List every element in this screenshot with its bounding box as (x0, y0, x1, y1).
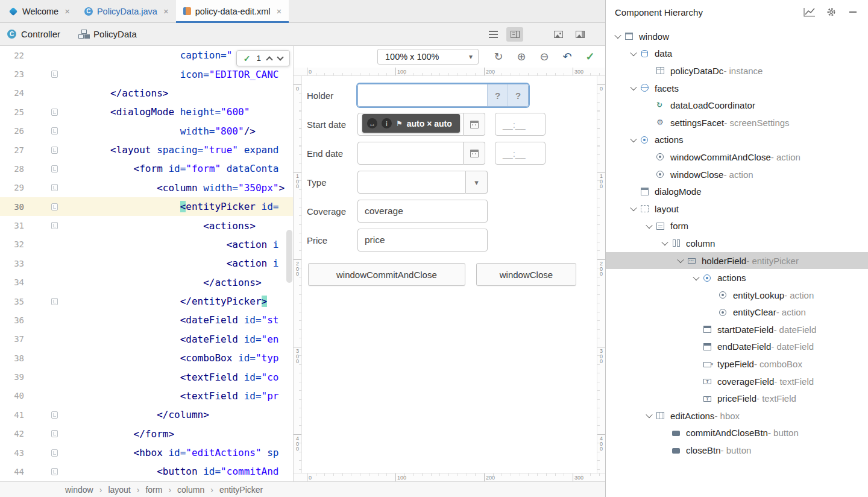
tree-node-windowcommitandclose-action[interactable]: windowCommitAndClose - action (606, 148, 868, 166)
gutter-marker-icon[interactable] (51, 449, 58, 457)
code-line[interactable]: 29 <column width="350px"> (0, 179, 293, 197)
chevron-down-icon[interactable] (643, 413, 655, 418)
gear-icon[interactable] (825, 6, 837, 18)
code-line[interactable]: 43 <hbox id="editActions" sp (0, 443, 293, 462)
combo-input[interactable] (357, 171, 466, 194)
breadcrumb-item-window[interactable]: window (65, 485, 93, 495)
entity-picker-field[interactable]: ?? (357, 84, 529, 107)
gutter-marker-icon[interactable] (51, 468, 58, 475)
refresh-icon[interactable]: ↻ (492, 50, 505, 63)
calendar-button[interactable] (464, 142, 485, 165)
gutter-marker-icon[interactable] (51, 71, 58, 78)
tree-node-coveragefield-textfield[interactable]: coverageField - textField (606, 373, 868, 390)
code-line[interactable]: 32 <action i (0, 235, 293, 254)
tree-node-holderfield-entitypicker[interactable]: holderField - entityPicker (606, 252, 868, 270)
code-editor[interactable]: 22 caption="23 icon="EDITOR_CANC24 </act… (0, 46, 293, 481)
chevron-down-icon[interactable] (612, 34, 624, 39)
code-line[interactable]: 35 </entityPicker> (0, 292, 293, 311)
tree-node-dataloadcoordinator[interactable]: dataLoadCoordinator (606, 97, 868, 114)
tree-node-editactions-hbox[interactable]: editActions - hbox (606, 407, 868, 425)
chevron-down-icon[interactable] (627, 86, 640, 90)
code-line[interactable]: 33 <action i (0, 254, 293, 273)
controller-button[interactable]: C Controller (7, 29, 60, 39)
tree-node-actions[interactable]: actions (606, 269, 868, 286)
tree-node-window[interactable]: window (606, 28, 868, 45)
entity-lookup-button[interactable]: ? (487, 84, 508, 106)
gutter-marker-icon[interactable] (51, 222, 58, 229)
split-view-button[interactable] (506, 27, 523, 42)
designer-view-button[interactable] (550, 27, 567, 42)
entity-clear-button[interactable]: ? (508, 84, 528, 106)
code-line[interactable]: 41 </column> (0, 405, 293, 424)
tree-node-typefield-combobox[interactable]: typeField - comboBox (606, 355, 868, 373)
tab-policy-data-edit-xml[interactable]: policy-data-edit.xml× (176, 0, 289, 22)
text-view-button[interactable] (485, 27, 502, 42)
breadcrumb-item-column[interactable]: column (177, 485, 204, 495)
code-line[interactable]: 30 <entityPicker id= (0, 197, 293, 216)
gutter-marker-icon[interactable] (51, 184, 58, 191)
tree-node-entitylookup-action[interactable]: entityLookup - action (606, 286, 868, 304)
tree-node-enddatefield-datefield[interactable]: endDateField - dateField (606, 338, 868, 356)
tree-node-settingsfacet-screensettings[interactable]: settingsFacet - screenSettings (606, 114, 868, 131)
text-input-price[interactable]: price (357, 229, 488, 252)
tree-node-policydatadc-instance[interactable]: policyDataDc - instance (606, 62, 868, 80)
tree-node-pricefield-textfield[interactable]: priceField - textField (606, 390, 868, 407)
gutter-marker-icon[interactable] (51, 298, 58, 305)
undo-icon[interactable]: ↶ (561, 50, 574, 63)
tree-node-commitandclosebtn-button[interactable]: commitAndCloseBtn - button (606, 425, 868, 442)
time-input[interactable]: __:__ (495, 113, 546, 136)
tree-node-column[interactable]: column (606, 235, 868, 252)
previous-match-icon[interactable] (266, 56, 272, 63)
tree-node-data[interactable]: data (606, 45, 868, 63)
calendar-button[interactable] (464, 113, 485, 136)
gutter-marker-icon[interactable] (51, 165, 58, 173)
code-line[interactable]: 38 <comboBox id="typ (0, 349, 293, 367)
gutter-marker-icon[interactable] (51, 127, 58, 135)
next-match-icon[interactable] (277, 54, 283, 60)
tree-node-facets[interactable]: facets (606, 80, 868, 97)
chevron-down-icon[interactable] (627, 51, 640, 56)
tree-node-layout[interactable]: layout (606, 200, 868, 218)
tab-close-icon[interactable]: × (277, 6, 282, 16)
code-line[interactable]: 40 <textField id="pr (0, 387, 293, 405)
chevron-down-icon[interactable] (627, 138, 640, 142)
preview-button-windowcommitandclose[interactable]: windowCommitAndClose (308, 263, 465, 286)
gutter-marker-icon[interactable] (51, 109, 58, 116)
breadcrumb-item-form[interactable]: form (145, 485, 162, 495)
tab-policydata-java[interactable]: CPolicyData.java× (77, 0, 176, 22)
code-line[interactable]: 31 <actions> (0, 216, 293, 235)
tree-node-actions[interactable]: actions (606, 131, 868, 149)
tab-welcome[interactable]: Welcome× (1, 0, 77, 22)
zoom-in-icon[interactable]: ⊕ (515, 50, 528, 63)
breadcrumb-item-entitypicker[interactable]: entityPicker (219, 485, 263, 495)
tab-close-icon[interactable]: × (64, 6, 70, 16)
design-canvas[interactable]: Holder??Start date__:__↔i⚑auto × autoEnd… (302, 76, 597, 473)
tab-close-icon[interactable]: × (163, 6, 169, 16)
gutter-marker-icon[interactable] (51, 430, 58, 437)
gutter-marker-icon[interactable] (51, 147, 58, 154)
tree-node-form[interactable]: form (606, 218, 868, 235)
tree-node-closebtn-button[interactable]: closeBtn - button (606, 442, 868, 459)
code-line[interactable]: 34 </actions> (0, 273, 293, 292)
chevron-down-icon[interactable] (690, 276, 702, 280)
editor-scrollbar[interactable] (286, 230, 292, 283)
code-line[interactable]: 26 width="800"/> (0, 122, 293, 141)
picker-input[interactable] (358, 84, 487, 106)
code-line[interactable]: 28 <form id="form" dataConta (0, 159, 293, 178)
time-input[interactable]: __:__ (495, 142, 546, 165)
tree-node-windowclose-action[interactable]: windowClose - action (606, 166, 868, 183)
zoom-out-icon[interactable]: ⊖ (538, 50, 551, 63)
code-line[interactable]: 44 <button id="commitAnd (0, 462, 293, 481)
gutter-marker-icon[interactable] (51, 411, 58, 419)
code-line[interactable]: 23 icon="EDITOR_CANC (0, 65, 293, 83)
designer-split-view-button[interactable] (571, 27, 588, 42)
tree-node-entityclear-action[interactable]: entityClear - action (606, 304, 868, 321)
tree-node-startdatefield-datefield[interactable]: startDateField - dateField (606, 321, 868, 338)
preview-button-windowclose[interactable]: windowClose (476, 263, 576, 286)
minimize-icon[interactable] (847, 6, 859, 18)
combo-dropdown-button[interactable]: ▾ (466, 171, 488, 194)
entity-button[interactable]: PolicyData (78, 29, 137, 39)
zoom-select[interactable]: 100% x 100% ▾ (377, 49, 479, 65)
chevron-down-icon[interactable] (675, 258, 687, 263)
breadcrumb-item-layout[interactable]: layout (108, 485, 130, 495)
